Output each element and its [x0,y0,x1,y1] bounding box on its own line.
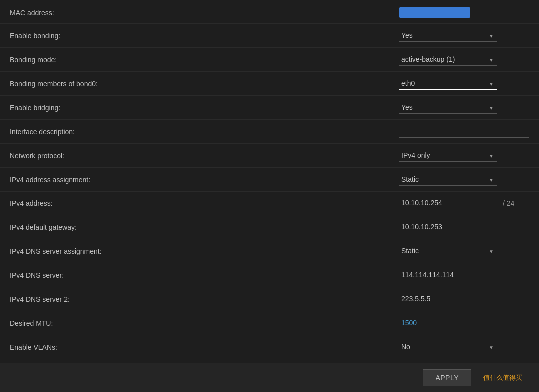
desired-mtu-input[interactable] [399,317,497,329]
mac-address-value [399,7,470,18]
ipv4-address-assignment-select-wrapper: Static DHCP None ▼ [399,173,497,186]
ipv4-address-label: IPv4 address: [10,199,399,207]
bonding-members-select[interactable]: eth0 eth1 eth2 eth3 [399,77,497,90]
desired-mtu-label: Desired MTU: [10,319,399,327]
enable-bridging-select[interactable]: Yes No [399,101,497,114]
enable-bridging-value-col: Yes No ▼ [399,101,529,114]
ipv4-address-row: IPv4 address: / 24 [0,192,539,215]
enable-bridging-label: Enable bridging: [10,104,399,112]
desired-mtu-row: Desired MTU: [0,311,539,335]
enable-bonding-row: Enable bonding: Yes No ▼ [0,24,539,48]
enable-bonding-label: Enable bonding: [10,32,399,40]
bonding-members-value-col: eth0 eth1 eth2 eth3 ▼ [399,77,529,90]
apply-button[interactable]: APPLY [423,369,471,386]
enable-bonding-select-wrapper: Yes No ▼ [399,29,497,42]
page-container: MAC address: Enable bonding: Yes No ▼ [0,0,539,392]
mac-address-value-col [399,7,529,18]
network-protocol-select[interactable]: IPv4 only IPv6 only IPv4 and IPv6 [399,149,497,162]
interface-description-input[interactable] [399,125,529,138]
network-protocol-label: Network protocol: [10,152,399,160]
ipv4-address-assignment-row: IPv4 address assignment: Static DHCP Non… [0,168,539,192]
interface-description-value-col [399,125,529,138]
enable-bridging-select-wrapper: Yes No ▼ [399,101,497,114]
ipv4-dns-server-label: IPv4 DNS server: [10,271,399,279]
enable-vlans-row: Enable VLANs: No Yes ▼ [0,335,539,359]
bonding-members-label: Bonding members of bond0: [10,80,399,88]
prefix-length-separator: / 24 [503,199,514,207]
ipv4-address-value-col: / 24 [399,197,529,209]
network-protocol-row: Network protocol: IPv4 only IPv6 only IP… [0,144,539,168]
bonding-mode-row: Bonding mode: active-backup (1) balance-… [0,48,539,72]
interface-description-row: Interface description: [0,120,539,144]
ipv4-dns-server-2-row: IPv4 DNS server 2: [0,287,539,311]
enable-vlans-select[interactable]: No Yes [399,341,497,353]
bonding-mode-label: Bonding mode: [10,56,399,64]
ipv4-dns-server-row: IPv4 DNS server: [0,263,539,287]
interface-description-label: Interface description: [10,128,399,136]
ipv4-dns-server-input[interactable] [399,269,497,281]
mac-address-label: MAC address: [10,9,399,17]
ipv4-dns-server-assignment-select[interactable]: Static DHCP None [399,245,497,257]
ipv4-dns-server-assignment-select-wrapper: Static DHCP None ▼ [399,245,497,257]
mac-address-row: MAC address: [0,0,539,24]
bottom-bar: APPLY 值什么值得买 [0,363,539,392]
ipv4-address-input[interactable] [399,197,497,209]
enable-bonding-value-col: Yes No ▼ [399,29,529,42]
ipv4-address-assignment-value-col: Static DHCP None ▼ [399,173,529,186]
ipv4-dns-server-assignment-label: IPv4 DNS server assignment: [10,247,399,255]
ipv4-dns-server-assignment-row: IPv4 DNS server assignment: Static DHCP … [0,239,539,263]
network-protocol-select-wrapper: IPv4 only IPv6 only IPv4 and IPv6 ▼ [399,149,497,162]
bonding-members-row: Bonding members of bond0: eth0 eth1 eth2… [0,72,539,96]
content-area: MAC address: Enable bonding: Yes No ▼ [0,0,539,389]
ipv4-dns-server-value-col [399,269,529,281]
ipv4-default-gateway-row: IPv4 default gateway: [0,215,539,239]
enable-bridging-row: Enable bridging: Yes No ▼ [0,96,539,120]
enable-vlans-value-col: No Yes ▼ [399,341,529,353]
ipv4-address-assignment-select[interactable]: Static DHCP None [399,173,497,186]
bonding-members-select-wrapper: eth0 eth1 eth2 eth3 ▼ [399,77,497,90]
enable-bonding-select[interactable]: Yes No [399,29,497,42]
ipv4-dns-server-2-input[interactable] [399,293,497,305]
ipv4-default-gateway-input[interactable] [399,221,497,233]
ipv4-dns-server-assignment-value-col: Static DHCP None ▼ [399,245,529,257]
desired-mtu-value-col [399,317,529,329]
enable-vlans-select-wrapper: No Yes ▼ [399,341,497,353]
ipv4-default-gateway-value-col [399,221,529,233]
watermark-text: 值什么值得买 [476,369,529,386]
ipv4-default-gateway-label: IPv4 default gateway: [10,223,399,231]
bonding-mode-value-col: active-backup (1) balance-rr (0) balance… [399,53,529,66]
bonding-mode-select-wrapper: active-backup (1) balance-rr (0) balance… [399,53,497,66]
enable-vlans-label: Enable VLANs: [10,343,399,351]
network-protocol-value-col: IPv4 only IPv6 only IPv4 and IPv6 ▼ [399,149,529,162]
ipv4-dns-server-2-value-col [399,293,529,305]
ipv4-address-assignment-label: IPv4 address assignment: [10,176,399,184]
ipv4-dns-server-2-label: IPv4 DNS server 2: [10,295,399,303]
bonding-mode-select[interactable]: active-backup (1) balance-rr (0) balance… [399,53,497,66]
